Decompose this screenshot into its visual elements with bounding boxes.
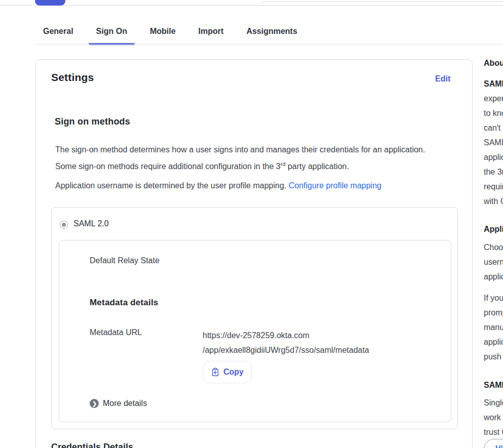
more-details-label: More details — [103, 399, 147, 408]
saml-setup-heading: SAML Setup — [484, 379, 503, 391]
tab-assignments[interactable]: Assignments — [239, 18, 304, 45]
ordinal-suffix: rd — [281, 161, 286, 167]
about-heading: About — [484, 57, 503, 69]
about-line: can't edit their credentials when — [484, 120, 503, 135]
metadata-url-label: Metadata URL — [90, 328, 142, 337]
top-divider-secondary — [261, 2, 503, 2]
application-username-paragraph: Choose a format to use as the default us… — [484, 240, 503, 284]
description-text: The sign-on method determines how a user… — [55, 145, 425, 171]
about-line: the 3rd party application may be — [484, 165, 503, 179]
mapping-text: Application username is determined by th… — [55, 181, 289, 190]
edit-button[interactable]: Edit — [435, 74, 450, 84]
app-username-line: application to users. — [484, 269, 503, 284]
saml-setup-line: work until you configure the app to — [484, 410, 503, 425]
app-username-line: application with password or profile — [484, 335, 503, 349]
app-username-line: push provisioning features. — [484, 349, 503, 364]
tab-general[interactable]: General — [35, 18, 81, 45]
sign-on-methods-heading: Sign on methods — [55, 116, 130, 127]
description-text-end: party application. — [286, 162, 349, 171]
app-tabs: General Sign On Mobile Import Assignment… — [35, 18, 305, 45]
credentials-details-heading: Credentials Details — [51, 442, 133, 448]
metadata-details-heading: Metadata details — [90, 298, 158, 308]
saml-radio-selected[interactable] — [60, 221, 68, 229]
tab-mobile[interactable]: Mobile — [142, 18, 183, 45]
saml-setup-line: trust Okta as an IdP. — [484, 425, 503, 439]
sign-on-methods-description: The sign-on method determines how a user… — [55, 142, 428, 174]
saml-setup-paragraph: Single Sign On using SAML will not work … — [484, 395, 503, 439]
tabs-divider — [35, 44, 503, 45]
active-indicator-pill — [35, 0, 65, 6]
saml-details-box: Default Relay State Metadata details Met… — [59, 240, 451, 422]
about-line: with Okta. — [484, 194, 503, 209]
app-username-line: If you select None you will be — [484, 291, 503, 305]
about-paragraph: SAML 2.0 streamlines the end user experi… — [484, 76, 503, 209]
setup-instructions-label: View SAML setup instructions — [495, 444, 503, 448]
about-lead-bold: SAML 2.0 — [484, 79, 503, 88]
app-username-line: Choose a format to use as the default — [484, 240, 503, 255]
metadata-url-line1: https://dev-2578259.okta.com — [203, 328, 369, 343]
app-username-line: prompted to enter the username — [484, 305, 503, 320]
application-username-heading: Application Username — [484, 223, 503, 235]
settings-title: Settings — [51, 71, 94, 84]
view-saml-setup-instructions-button[interactable]: View SAML setup instructions — [484, 439, 503, 448]
sign-on-page: General Sign On Mobile Import Assignment… — [0, 0, 503, 448]
tab-import[interactable]: Import — [191, 18, 231, 45]
copy-button[interactable]: Copy — [203, 361, 252, 383]
about-line: SAML 2.0 is configured for this — [484, 135, 503, 150]
settings-card: Settings Edit Sign on methods The sign-o… — [35, 59, 473, 448]
more-details-toggle[interactable]: ❯ More details — [90, 399, 147, 408]
application-username-paragraph2: If you select None you will be prompted … — [484, 291, 503, 364]
metadata-url-value: https://dev-2578259.okta.com /app/exkael… — [203, 328, 369, 357]
top-divider — [0, 5, 503, 6]
copy-label: Copy — [223, 368, 244, 377]
saml-option-box: SAML 2.0 Default Relay State Metadata de… — [51, 207, 458, 429]
app-username-line: username value when assigning the — [484, 255, 503, 269]
about-line: to know their credentials. Users — [484, 106, 503, 120]
default-relay-state-label: Default Relay State — [90, 256, 160, 265]
saml-radio-label: SAML 2.0 — [73, 219, 109, 228]
app-username-line: manually when assigning an — [484, 320, 503, 335]
about-sidebar: About SAML 2.0 streamlines the end user … — [484, 57, 503, 448]
about-line: application. Additional configuration in — [484, 150, 503, 165]
saml-setup-line: Single Sign On using SAML will not — [484, 395, 503, 410]
tab-sign-on[interactable]: Sign On — [89, 18, 135, 45]
metadata-url-line2: /app/exkaell8gidiiUWrg5d7/sso/saml/metad… — [203, 343, 369, 357]
about-line: experience by not requiring the user — [484, 91, 503, 106]
copy-icon — [211, 368, 220, 377]
configure-profile-mapping-link[interactable]: Configure profile mapping — [289, 181, 381, 190]
chevron-right-icon: ❯ — [90, 399, 99, 408]
username-mapping-description: Application username is determined by th… — [55, 178, 450, 193]
about-line: required to complete the integration — [484, 179, 503, 194]
